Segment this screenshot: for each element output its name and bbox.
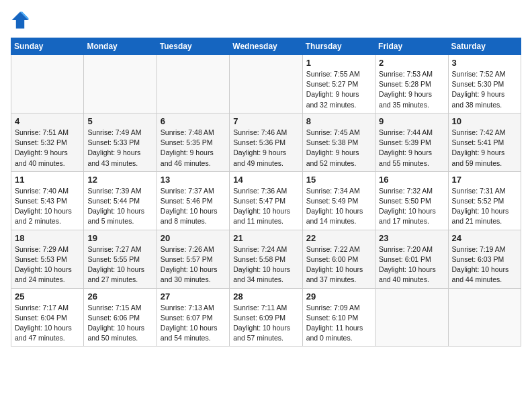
day-info: Sunrise: 7:53 AM Sunset: 5:28 PM Dayligh… xyxy=(379,69,444,110)
day-info: Sunrise: 7:22 AM Sunset: 6:00 PM Dayligh… xyxy=(306,244,371,285)
day-info: Sunrise: 7:09 AM Sunset: 6:10 PM Dayligh… xyxy=(306,303,371,344)
day-number: 22 xyxy=(306,233,371,243)
day-number: 18 xyxy=(15,233,80,243)
calendar-cell: 12Sunrise: 7:39 AM Sunset: 5:44 PM Dayli… xyxy=(84,171,157,230)
calendar-cell: 9Sunrise: 7:44 AM Sunset: 5:39 PM Daylig… xyxy=(375,113,448,171)
calendar-cell: 22Sunrise: 7:22 AM Sunset: 6:00 PM Dayli… xyxy=(302,230,375,288)
calendar-week-row: 4Sunrise: 7:51 AM Sunset: 5:32 PM Daylig… xyxy=(11,113,521,171)
day-number: 3 xyxy=(452,58,517,68)
day-number: 20 xyxy=(161,233,226,243)
calendar-cell: 24Sunrise: 7:19 AM Sunset: 6:03 PM Dayli… xyxy=(448,230,521,288)
calendar-cell: 17Sunrise: 7:31 AM Sunset: 5:52 PM Dayli… xyxy=(448,171,521,230)
day-info: Sunrise: 7:36 AM Sunset: 5:47 PM Dayligh… xyxy=(233,186,298,227)
day-info: Sunrise: 7:27 AM Sunset: 5:55 PM Dayligh… xyxy=(87,244,152,285)
day-number: 5 xyxy=(87,116,152,126)
day-number: 17 xyxy=(452,175,517,185)
calendar-cell xyxy=(157,55,229,113)
day-number: 12 xyxy=(87,175,152,185)
calendar-header-saturday: Saturday xyxy=(448,38,521,55)
day-number: 6 xyxy=(161,116,226,126)
day-info: Sunrise: 7:13 AM Sunset: 6:07 PM Dayligh… xyxy=(161,303,226,344)
calendar-header-monday: Monday xyxy=(84,38,157,55)
calendar-week-row: 18Sunrise: 7:29 AM Sunset: 5:53 PM Dayli… xyxy=(11,230,521,288)
day-info: Sunrise: 7:24 AM Sunset: 5:58 PM Dayligh… xyxy=(233,244,298,285)
day-info: Sunrise: 7:15 AM Sunset: 6:06 PM Dayligh… xyxy=(87,303,152,344)
day-number: 2 xyxy=(379,58,444,68)
day-number: 21 xyxy=(233,233,298,243)
day-number: 8 xyxy=(306,116,371,126)
day-info: Sunrise: 7:11 AM Sunset: 6:09 PM Dayligh… xyxy=(233,303,298,344)
calendar-cell: 15Sunrise: 7:34 AM Sunset: 5:49 PM Dayli… xyxy=(302,171,375,230)
calendar-cell: 2Sunrise: 7:53 AM Sunset: 5:28 PM Daylig… xyxy=(375,55,448,113)
calendar-cell: 25Sunrise: 7:17 AM Sunset: 6:04 PM Dayli… xyxy=(11,288,84,347)
day-info: Sunrise: 7:19 AM Sunset: 6:03 PM Dayligh… xyxy=(452,244,517,285)
day-info: Sunrise: 7:44 AM Sunset: 5:39 PM Dayligh… xyxy=(379,128,444,169)
calendar-cell: 1Sunrise: 7:55 AM Sunset: 5:27 PM Daylig… xyxy=(302,55,375,113)
logo-icon xyxy=(11,11,30,30)
day-number: 9 xyxy=(379,116,444,126)
day-number: 28 xyxy=(233,291,298,302)
calendar-cell xyxy=(375,288,448,347)
day-number: 25 xyxy=(15,291,80,302)
day-number: 19 xyxy=(87,233,152,243)
page-header xyxy=(11,11,521,30)
calendar-week-row: 1Sunrise: 7:55 AM Sunset: 5:27 PM Daylig… xyxy=(11,55,521,113)
day-number: 29 xyxy=(306,291,371,302)
day-number: 16 xyxy=(379,175,444,185)
day-number: 10 xyxy=(452,116,517,126)
calendar-cell: 19Sunrise: 7:27 AM Sunset: 5:55 PM Dayli… xyxy=(84,230,157,288)
day-number: 27 xyxy=(161,291,226,302)
calendar-cell: 14Sunrise: 7:36 AM Sunset: 5:47 PM Dayli… xyxy=(230,171,302,230)
day-number: 4 xyxy=(15,116,80,126)
calendar-header-sunday: Sunday xyxy=(11,38,84,55)
calendar-cell: 20Sunrise: 7:26 AM Sunset: 5:57 PM Dayli… xyxy=(157,230,229,288)
day-info: Sunrise: 7:39 AM Sunset: 5:44 PM Dayligh… xyxy=(87,186,152,227)
day-info: Sunrise: 7:42 AM Sunset: 5:41 PM Dayligh… xyxy=(452,128,517,169)
day-info: Sunrise: 7:40 AM Sunset: 5:43 PM Dayligh… xyxy=(15,186,80,227)
calendar-cell xyxy=(11,55,84,113)
calendar-cell: 28Sunrise: 7:11 AM Sunset: 6:09 PM Dayli… xyxy=(230,288,302,347)
calendar-week-row: 11Sunrise: 7:40 AM Sunset: 5:43 PM Dayli… xyxy=(11,171,521,230)
calendar-cell xyxy=(84,55,157,113)
day-info: Sunrise: 7:32 AM Sunset: 5:50 PM Dayligh… xyxy=(379,186,444,227)
day-number: 13 xyxy=(161,175,226,185)
day-number: 24 xyxy=(452,233,517,243)
day-info: Sunrise: 7:37 AM Sunset: 5:46 PM Dayligh… xyxy=(161,186,226,227)
calendar-table: SundayMondayTuesdayWednesdayThursdayFrid… xyxy=(11,38,521,347)
calendar-cell: 26Sunrise: 7:15 AM Sunset: 6:06 PM Dayli… xyxy=(84,288,157,347)
calendar-cell: 23Sunrise: 7:20 AM Sunset: 6:01 PM Dayli… xyxy=(375,230,448,288)
calendar-cell: 27Sunrise: 7:13 AM Sunset: 6:07 PM Dayli… xyxy=(157,288,229,347)
calendar-cell: 16Sunrise: 7:32 AM Sunset: 5:50 PM Dayli… xyxy=(375,171,448,230)
day-info: Sunrise: 7:26 AM Sunset: 5:57 PM Dayligh… xyxy=(161,244,226,285)
day-number: 11 xyxy=(15,175,80,185)
day-info: Sunrise: 7:45 AM Sunset: 5:38 PM Dayligh… xyxy=(306,128,371,169)
day-info: Sunrise: 7:20 AM Sunset: 6:01 PM Dayligh… xyxy=(379,244,444,285)
logo xyxy=(11,11,32,30)
day-number: 15 xyxy=(306,175,371,185)
day-info: Sunrise: 7:55 AM Sunset: 5:27 PM Dayligh… xyxy=(306,69,371,110)
day-number: 23 xyxy=(379,233,444,243)
calendar-cell xyxy=(230,55,302,113)
day-number: 26 xyxy=(87,291,152,302)
calendar-cell: 29Sunrise: 7:09 AM Sunset: 6:10 PM Dayli… xyxy=(302,288,375,347)
calendar-header-tuesday: Tuesday xyxy=(157,38,229,55)
calendar-cell: 4Sunrise: 7:51 AM Sunset: 5:32 PM Daylig… xyxy=(11,113,84,171)
calendar-header-wednesday: Wednesday xyxy=(230,38,302,55)
calendar-cell: 11Sunrise: 7:40 AM Sunset: 5:43 PM Dayli… xyxy=(11,171,84,230)
day-info: Sunrise: 7:31 AM Sunset: 5:52 PM Dayligh… xyxy=(452,186,517,227)
calendar-cell: 8Sunrise: 7:45 AM Sunset: 5:38 PM Daylig… xyxy=(302,113,375,171)
calendar-cell: 21Sunrise: 7:24 AM Sunset: 5:58 PM Dayli… xyxy=(230,230,302,288)
calendar-cell: 6Sunrise: 7:48 AM Sunset: 5:35 PM Daylig… xyxy=(157,113,229,171)
calendar-cell xyxy=(448,288,521,347)
calendar-body: 1Sunrise: 7:55 AM Sunset: 5:27 PM Daylig… xyxy=(11,55,521,347)
day-info: Sunrise: 7:17 AM Sunset: 6:04 PM Dayligh… xyxy=(15,303,80,344)
day-info: Sunrise: 7:46 AM Sunset: 5:36 PM Dayligh… xyxy=(233,128,298,169)
calendar-cell: 3Sunrise: 7:52 AM Sunset: 5:30 PM Daylig… xyxy=(448,55,521,113)
day-info: Sunrise: 7:29 AM Sunset: 5:53 PM Dayligh… xyxy=(15,244,80,285)
calendar-header-friday: Friday xyxy=(375,38,448,55)
calendar-cell: 5Sunrise: 7:49 AM Sunset: 5:33 PM Daylig… xyxy=(84,113,157,171)
svg-marker-0 xyxy=(12,12,29,29)
calendar-cell: 18Sunrise: 7:29 AM Sunset: 5:53 PM Dayli… xyxy=(11,230,84,288)
day-info: Sunrise: 7:51 AM Sunset: 5:32 PM Dayligh… xyxy=(15,128,80,169)
calendar-header-thursday: Thursday xyxy=(302,38,375,55)
